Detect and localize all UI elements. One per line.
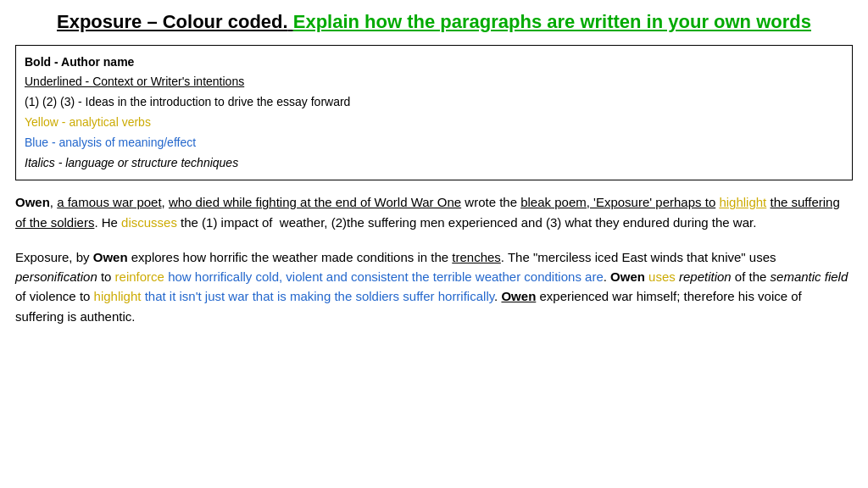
key-yellow-line: Yellow - analytical verbs: [25, 113, 843, 133]
main-title: Exposure – Colour coded. Explain how the…: [15, 10, 853, 35]
key-italic-line: Italics - language or structure techniqu…: [25, 153, 843, 174]
key-box: Bold - Author name Underlined - Context …: [15, 45, 853, 181]
key-numbered-line: (1) (2) (3) - Ideas in the introduction …: [25, 92, 843, 113]
p2-text: Exposure, by Owen explores how horrific …: [15, 250, 848, 324]
key-bold-line: Bold - Author name: [25, 53, 843, 73]
title-part2: Explain how the paragraphs are written i…: [293, 11, 811, 32]
key-blue-line: Blue - analysis of meaning/effect: [25, 133, 843, 153]
title-part1: Exposure – Colour coded.: [57, 11, 288, 32]
paragraph-1: Owen, a famous war poet, who died while …: [15, 192, 853, 232]
key-underline-line: Underlined - Context or Writer's intenti…: [25, 72, 843, 92]
paragraph-2: Exposure, by Owen explores how horrific …: [15, 247, 853, 326]
p1-text1: , a famous war poet, who died while figh…: [15, 195, 840, 229]
owen-name-1: Owen: [15, 195, 50, 209]
